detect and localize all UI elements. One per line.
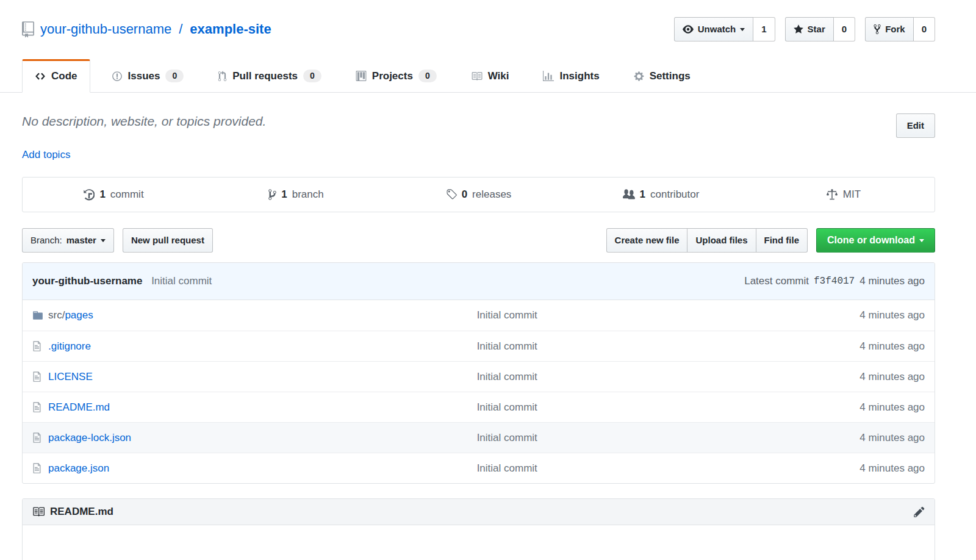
forks-count[interactable]: 0 xyxy=(914,17,935,41)
repo-social-actions: Unwatch 1 Star 0 Fork 0 xyxy=(674,17,935,41)
find-file-button[interactable]: Find file xyxy=(756,228,808,253)
fork-button[interactable]: Fork xyxy=(865,17,914,41)
latest-commit-meta: Latest commit f3f4017 4 minutes ago xyxy=(744,275,925,287)
repo-title: your-github-username / example-site xyxy=(22,21,271,38)
file-commit-message-link[interactable]: Initial commit xyxy=(477,432,537,443)
tab-pull-requests[interactable]: Pull requests 0 xyxy=(205,59,334,93)
upload-files-button[interactable]: Upload files xyxy=(687,228,756,253)
commit-summary: your-github-username Initial commit xyxy=(32,275,212,287)
branch-name-label: master xyxy=(66,234,96,246)
table-row: package-lock.json Initial commit 4 minut… xyxy=(23,422,935,453)
file-icon xyxy=(32,432,48,443)
file-icon xyxy=(32,340,48,352)
table-row: README.md Initial commit 4 minutes ago xyxy=(23,392,935,422)
stars-count[interactable]: 0 xyxy=(834,17,855,41)
tab-projects[interactable]: Projects 0 xyxy=(343,59,450,93)
contributors-label: contributor xyxy=(650,188,699,201)
git-pull-request-icon xyxy=(218,71,227,82)
tab-insights-label: Insights xyxy=(559,70,599,82)
graph-icon xyxy=(543,71,554,82)
unwatch-label: Unwatch xyxy=(698,23,736,35)
commit-author-link[interactable]: your-github-username xyxy=(32,275,142,287)
edit-button[interactable]: Edit xyxy=(896,113,935,138)
files-table: your-github-username Initial commit Late… xyxy=(22,262,935,484)
commit-sha-link[interactable]: f3f4017 xyxy=(814,276,855,287)
file-commit-message-link[interactable]: Initial commit xyxy=(477,371,537,382)
folder-path-prefix[interactable]: src/ xyxy=(48,309,65,321)
readme-title: README.md xyxy=(50,506,113,518)
stat-contributors[interactable]: 1 contributor xyxy=(570,178,752,212)
gear-icon xyxy=(634,71,644,82)
issue-opened-icon xyxy=(112,71,123,82)
issues-counter-badge: 0 xyxy=(165,70,184,82)
repo-header: your-github-username / example-site Unwa… xyxy=(22,0,935,41)
tab-wiki-label: Wiki xyxy=(488,70,509,82)
file-link[interactable]: package.json xyxy=(48,462,109,474)
stat-releases[interactable]: 0 releases xyxy=(387,178,570,212)
tab-projects-label: Projects xyxy=(372,70,413,82)
repo-book-icon xyxy=(22,21,34,38)
branch-prefix-label: Branch: xyxy=(30,234,62,246)
repo-owner-link[interactable]: your-github-username xyxy=(40,21,171,37)
tab-issues[interactable]: Issues 0 xyxy=(99,59,197,93)
new-pull-request-button[interactable]: New pull request xyxy=(123,228,213,253)
star-icon xyxy=(794,24,803,35)
tab-insights[interactable]: Insights xyxy=(530,59,612,93)
file-age: 4 minutes ago xyxy=(806,401,935,414)
file-age: 4 minutes ago xyxy=(806,309,935,321)
unwatch-button[interactable]: Unwatch xyxy=(674,17,754,41)
branches-label: branch xyxy=(292,188,324,201)
create-new-file-button[interactable]: Create new file xyxy=(606,228,688,253)
latest-commit-bar: your-github-username Initial commit Late… xyxy=(23,263,935,300)
stat-commits[interactable]: 1 commit xyxy=(23,178,205,212)
file-commit-message-link[interactable]: Initial commit xyxy=(477,462,537,474)
file-age: 4 minutes ago xyxy=(806,462,935,475)
file-icon xyxy=(32,462,48,474)
fork-group: Fork 0 xyxy=(865,17,935,41)
add-topics-link[interactable]: Add topics xyxy=(22,149,70,161)
tab-settings[interactable]: Settings xyxy=(621,59,703,93)
readme-body xyxy=(23,525,935,560)
branch-select-button[interactable]: Branch: master xyxy=(22,228,114,253)
readme-section: README.md xyxy=(22,498,935,560)
eye-icon xyxy=(683,24,694,35)
file-link[interactable]: pages xyxy=(65,309,93,321)
tab-code[interactable]: Code xyxy=(22,59,90,93)
clone-label: Clone or download xyxy=(827,234,915,246)
file-icon xyxy=(32,401,48,413)
repo-name-link[interactable]: example-site xyxy=(190,21,271,37)
people-icon xyxy=(623,188,635,201)
history-icon xyxy=(84,188,95,201)
file-commit-message-link[interactable]: Initial commit xyxy=(477,401,537,413)
file-icon xyxy=(32,371,48,382)
law-scale-icon xyxy=(826,188,838,201)
commit-message-link[interactable]: Initial commit xyxy=(151,275,212,287)
commits-label: commit xyxy=(110,188,144,201)
watchers-count[interactable]: 1 xyxy=(753,17,775,41)
tag-icon xyxy=(446,188,457,201)
file-commit-message-link[interactable]: Initial commit xyxy=(477,340,537,352)
contributors-count: 1 xyxy=(640,188,645,201)
tab-issues-label: Issues xyxy=(128,70,160,82)
wiki-book-icon xyxy=(471,71,483,82)
repo-forked-icon xyxy=(874,24,881,35)
star-group: Star 0 xyxy=(785,17,856,41)
file-actions-group: Create new file Upload files Find file xyxy=(606,228,808,253)
stat-license[interactable]: MIT xyxy=(752,178,935,212)
readme-edit-pencil-button[interactable] xyxy=(914,506,925,518)
file-link[interactable]: package-lock.json xyxy=(48,432,131,443)
file-link[interactable]: .gitignore xyxy=(48,340,91,352)
file-link[interactable]: LICENSE xyxy=(48,371,93,382)
stat-branches[interactable]: 1 branch xyxy=(205,178,387,212)
releases-label: releases xyxy=(472,188,511,201)
file-navigation: Branch: master New pull request Create n… xyxy=(22,228,935,253)
projects-counter-badge: 0 xyxy=(418,70,437,82)
releases-count: 0 xyxy=(462,188,467,201)
caret-down-icon xyxy=(101,239,106,242)
star-button[interactable]: Star xyxy=(785,17,834,41)
file-link[interactable]: README.md xyxy=(48,401,110,413)
tab-wiki[interactable]: Wiki xyxy=(458,59,522,93)
clone-or-download-button[interactable]: Clone or download xyxy=(816,228,935,253)
file-commit-message-link[interactable]: Initial commit xyxy=(477,309,537,321)
watch-group: Unwatch 1 xyxy=(674,17,775,41)
